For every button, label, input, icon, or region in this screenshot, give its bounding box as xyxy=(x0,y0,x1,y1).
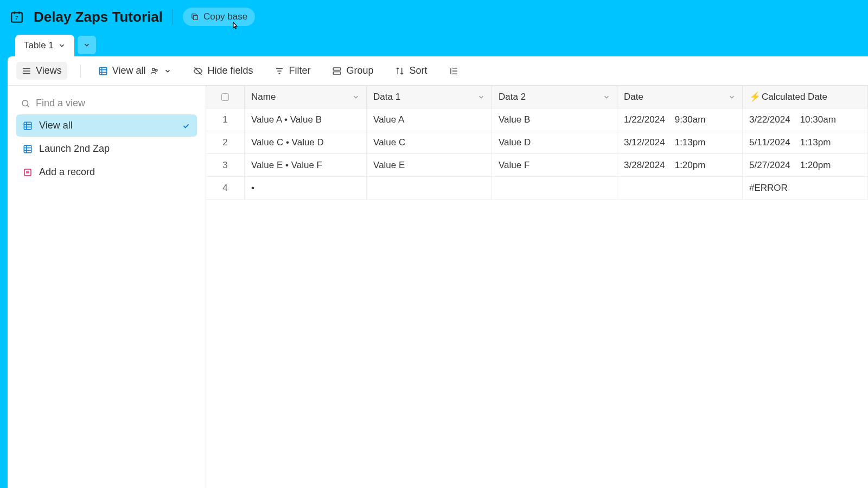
table-row[interactable]: 1Value A • Value BValue AValue B1/22/202… xyxy=(206,108,868,131)
data-grid: Name Data 1 Data 2 Date ⚡ Calculat xyxy=(206,86,868,488)
cell-calculated-date[interactable]: 3/22/202410:30am xyxy=(743,108,868,131)
cell-date[interactable]: 3/12/20241:13pm xyxy=(617,131,743,153)
view-label: Add a record xyxy=(39,166,95,178)
copy-icon xyxy=(190,12,199,21)
row-number: 3 xyxy=(206,154,245,176)
table-row[interactable]: 2Value C • Value DValue CValue D3/12/202… xyxy=(206,131,868,154)
eye-off-icon xyxy=(193,66,203,76)
search-icon xyxy=(21,99,30,108)
select-all-column[interactable] xyxy=(206,86,245,108)
sidebar-view-add-record[interactable]: Add a record xyxy=(16,161,197,183)
sort-button[interactable]: Sort xyxy=(391,62,431,80)
row-number: 2 xyxy=(206,131,245,153)
tab-label: Table 1 xyxy=(24,40,54,51)
group-icon xyxy=(332,66,342,76)
view-toolbar: Views View all Hide fields Filter Group … xyxy=(8,56,868,86)
grid-body: 1Value A • Value BValue AValue B1/22/202… xyxy=(206,108,868,200)
column-label: Date xyxy=(624,92,643,102)
base-title[interactable]: Delay Zaps Tutorial xyxy=(34,9,163,25)
main-panel: Views View all Hide fields Filter Group … xyxy=(8,56,868,488)
view-all-selector[interactable]: View all xyxy=(94,62,176,80)
cell-name[interactable]: • xyxy=(245,177,367,199)
chevron-down-icon[interactable] xyxy=(477,93,485,101)
cell-data-1[interactable]: Value E xyxy=(367,154,492,176)
chevron-down-icon[interactable] xyxy=(603,93,610,101)
svg-rect-4 xyxy=(193,15,197,20)
svg-rect-8 xyxy=(99,67,107,75)
column-header-data-1[interactable]: Data 1 xyxy=(367,86,492,108)
users-icon xyxy=(150,66,159,76)
view-label: View all xyxy=(39,120,73,131)
lightning-icon: ⚡ xyxy=(749,91,761,102)
hide-fields-label: Hide fields xyxy=(207,65,253,76)
row-number: 1 xyxy=(206,108,245,131)
grid-header-row: Name Data 1 Data 2 Date ⚡ Calculat xyxy=(206,86,868,108)
cell-data-2[interactable]: Value B xyxy=(492,108,617,131)
svg-rect-29 xyxy=(24,145,31,153)
cell-date[interactable] xyxy=(617,177,743,199)
filter-button[interactable]: Filter xyxy=(270,62,315,80)
cell-name[interactable]: Value E • Value F xyxy=(245,154,367,176)
svg-point-12 xyxy=(152,68,155,70)
menu-icon xyxy=(22,66,31,76)
cell-calculated-date[interactable]: 5/11/20241:13pm xyxy=(743,131,868,153)
hide-fields-button[interactable]: Hide fields xyxy=(189,62,257,80)
cell-data-1[interactable]: Value A xyxy=(367,108,492,131)
cell-name[interactable]: Value C • Value D xyxy=(245,131,367,153)
views-sidebar: Find a view View all Launch 2nd Zap Add … xyxy=(8,86,206,488)
column-header-data-2[interactable]: Data 2 xyxy=(492,86,617,108)
column-header-date[interactable]: Date xyxy=(617,86,743,108)
select-all-checkbox[interactable] xyxy=(221,93,229,101)
cell-data-2[interactable]: Value D xyxy=(492,131,617,153)
grid-icon xyxy=(23,121,33,131)
view-label: Launch 2nd Zap xyxy=(39,143,110,155)
svg-rect-25 xyxy=(24,122,31,130)
table-row[interactable]: 3Value E • Value FValue EValue F3/28/202… xyxy=(206,154,868,177)
calendar-icon: 7 xyxy=(10,10,24,24)
cell-data-2[interactable]: Value F xyxy=(492,154,617,176)
views-button[interactable]: Views xyxy=(16,62,67,80)
svg-line-24 xyxy=(27,105,29,107)
column-label: Name xyxy=(251,92,276,102)
cell-data-1[interactable]: Value C xyxy=(367,131,492,153)
divider xyxy=(173,9,173,24)
chevron-down-icon xyxy=(83,41,91,49)
cell-data-1[interactable] xyxy=(367,177,492,199)
find-view-placeholder: Find a view xyxy=(36,98,85,109)
sidebar-view-view-all[interactable]: View all xyxy=(16,114,197,137)
filter-label: Filter xyxy=(289,65,310,76)
copy-base-button[interactable]: Copy base xyxy=(183,8,255,26)
chevron-down-icon xyxy=(58,42,66,49)
cell-name[interactable]: Value A • Value B xyxy=(245,108,367,131)
cell-calculated-date[interactable]: 5/27/20241:20pm xyxy=(743,154,868,176)
chevron-down-icon[interactable] xyxy=(352,93,360,101)
grid-icon xyxy=(23,144,33,154)
add-table-button[interactable] xyxy=(78,36,96,54)
chevron-down-icon xyxy=(164,67,171,75)
column-header-calculated-date[interactable]: ⚡ Calculated Date xyxy=(743,86,868,108)
check-icon xyxy=(182,121,190,130)
cursor-icon xyxy=(230,21,240,30)
chevron-down-icon[interactable] xyxy=(728,93,736,101)
find-view-input[interactable]: Find a view xyxy=(16,92,197,114)
svg-point-13 xyxy=(156,69,158,71)
cell-calculated-date[interactable]: #ERROR xyxy=(743,177,868,199)
cell-date[interactable]: 1/22/20249:30am xyxy=(617,108,743,131)
group-button[interactable]: Group xyxy=(328,62,378,80)
app-header: 7 Delay Zaps Tutorial Copy base xyxy=(0,0,868,34)
tab-table-1[interactable]: Table 1 xyxy=(15,35,74,56)
group-label: Group xyxy=(346,65,373,76)
divider xyxy=(80,65,81,78)
row-height-button[interactable] xyxy=(445,63,463,79)
column-header-name[interactable]: Name xyxy=(245,86,367,108)
row-height-icon xyxy=(449,66,459,76)
form-icon xyxy=(23,168,33,177)
copy-base-label: Copy base xyxy=(203,11,247,22)
sidebar-view-launch-2nd-zap[interactable]: Launch 2nd Zap xyxy=(16,138,197,160)
view-all-label: View all xyxy=(112,65,146,76)
cell-data-2[interactable] xyxy=(492,177,617,199)
svg-point-23 xyxy=(22,100,28,106)
column-label: Data 1 xyxy=(373,92,400,102)
cell-date[interactable]: 3/28/20241:20pm xyxy=(617,154,743,176)
table-row[interactable]: 4•#ERROR xyxy=(206,177,868,200)
